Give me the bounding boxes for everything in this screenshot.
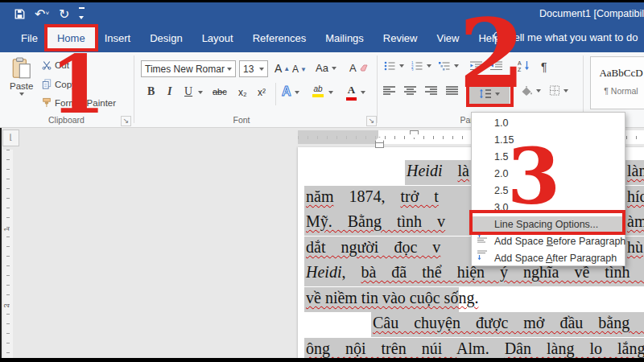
font-color-bar	[346, 97, 357, 101]
font-color-label: A	[348, 84, 355, 97]
save-icon[interactable]	[14, 9, 25, 19]
bullets-icon	[384, 61, 396, 71]
borders-icon	[549, 85, 560, 96]
quick-access-toolbar: ↶˅ ↻	[14, 7, 85, 21]
eraser-icon	[360, 64, 368, 72]
redo-icon[interactable]: ↻	[59, 9, 69, 20]
numbering-dropdown-icon[interactable]	[427, 64, 431, 68]
align-right-button[interactable]	[425, 86, 437, 95]
annotation-box-line-spacing-button	[466, 80, 514, 107]
paste-label: Paste	[10, 81, 33, 91]
tab-design[interactable]: Design	[140, 25, 192, 51]
text-effects-dropdown-icon[interactable]	[295, 91, 299, 94]
underline-dropdown-icon[interactable]	[198, 91, 203, 94]
subscript-button[interactable]: x₂	[238, 87, 247, 98]
annotation-step-3: 3	[507, 138, 560, 215]
font-family-dropdown-icon[interactable]	[227, 68, 232, 71]
font-color-dropdown-icon[interactable]	[361, 91, 365, 94]
style-normal-button[interactable]: AaBbCcD ¶ Normal	[590, 56, 644, 109]
borders-button[interactable]	[549, 85, 568, 96]
borders-dropdown-icon[interactable]	[564, 89, 568, 93]
show-hide-pilcrow-button[interactable]: ¶	[541, 60, 547, 73]
multilevel-list-icon	[439, 61, 451, 71]
italic-button[interactable]: I	[167, 85, 171, 98]
highlight-color-bar	[312, 94, 324, 97]
bold-button[interactable]: B	[147, 85, 155, 98]
tab-mailings[interactable]: Mailings	[316, 25, 374, 51]
paste-dropdown-icon[interactable]	[19, 93, 24, 96]
highlight-label: ab	[313, 84, 322, 93]
vruler-label-1: 1	[2, 227, 10, 231]
grow-font-button[interactable]: A▲	[275, 62, 290, 75]
clear-formatting-label: A	[349, 62, 357, 74]
justify-icon	[446, 86, 458, 95]
tab-references[interactable]: References	[243, 25, 316, 51]
clipboard-dialog-launcher-icon[interactable]: ↘	[121, 116, 131, 126]
change-case-label: Aa	[316, 62, 328, 74]
menu-item-add-space-before[interactable]: Add Space Before Paragraph	[472, 233, 625, 250]
menu-item-1.0[interactable]: 1.0	[472, 115, 625, 132]
align-center-icon	[404, 86, 416, 95]
add-space-before-icon	[477, 233, 489, 245]
word-window: ↶˅ ↻ Document1 [Compatibil FileHomeInser…	[0, 0, 644, 362]
tab-file[interactable]: File	[11, 25, 47, 51]
underline-button[interactable]: U	[184, 85, 192, 98]
undo-icon[interactable]: ↶˅	[35, 8, 49, 20]
font-group-label: Font	[201, 115, 282, 125]
customize-quick-access-icon[interactable]	[79, 7, 85, 21]
menu-item-add-space-after[interactable]: Add Space After Paragraph	[472, 250, 625, 267]
font-family-box[interactable]: Times New Romar	[141, 60, 236, 77]
document-title: Document1 [Compatibil	[539, 8, 644, 19]
font-size-box[interactable]: 13	[239, 60, 268, 77]
clear-formatting-button[interactable]: A	[349, 62, 368, 74]
font-size-dropdown-icon[interactable]	[259, 68, 264, 71]
font-family-value: Times New Romar	[145, 64, 225, 75]
tell-me-label: Tell me what you want to do	[509, 31, 638, 43]
vertical-ruler[interactable]	[3, 150, 13, 358]
superscript-button[interactable]: x²	[258, 87, 266, 98]
multilevel-list-button[interactable]	[439, 61, 459, 71]
svg-text:3: 3	[411, 68, 414, 72]
vruler-label-2: 2	[2, 303, 10, 307]
justify-button[interactable]	[446, 86, 458, 95]
style-name: ¶ Normal	[591, 86, 644, 96]
bullets-dropdown-icon[interactable]	[399, 64, 404, 68]
annotation-step-1: 1	[50, 44, 106, 125]
tab-review[interactable]: Review	[374, 25, 427, 51]
text-effects-button[interactable]: A	[282, 84, 291, 99]
font-color-button[interactable]: A	[346, 84, 357, 101]
align-left-button[interactable]	[383, 86, 395, 95]
tab-selector[interactable]: ⌊	[2, 130, 19, 146]
title-bar: ↶˅ ↻ Document1 [Compatibil	[0, 2, 644, 24]
add-space-after-icon	[477, 250, 489, 261]
font-size-value: 13	[243, 64, 254, 75]
text-highlight-button[interactable]: ab	[312, 84, 324, 97]
highlight-dropdown-icon[interactable]	[328, 91, 333, 94]
align-left-icon	[383, 86, 395, 95]
change-case-button[interactable]: Aa	[316, 62, 336, 74]
font-dialog-launcher-icon[interactable]: ↘	[366, 116, 377, 126]
style-preview: AaBbCcD	[591, 67, 644, 80]
left-indent-marker[interactable]	[375, 142, 384, 148]
align-center-button[interactable]	[404, 86, 416, 95]
paste-clipboard-icon	[12, 57, 31, 80]
paste-button[interactable]: Paste	[10, 57, 33, 96]
tab-layout[interactable]: Layout	[192, 25, 243, 51]
numbering-icon: 123	[411, 61, 423, 71]
shading-dropdown-icon[interactable]	[536, 89, 541, 93]
annotation-box-line-spacing-options	[469, 210, 625, 235]
align-right-icon	[425, 86, 437, 95]
strikethrough-button[interactable]: abc	[213, 87, 227, 97]
shrink-font-button[interactable]: A▼	[292, 64, 307, 75]
bullets-button[interactable]	[384, 61, 404, 71]
numbering-button[interactable]: 123	[411, 61, 431, 71]
